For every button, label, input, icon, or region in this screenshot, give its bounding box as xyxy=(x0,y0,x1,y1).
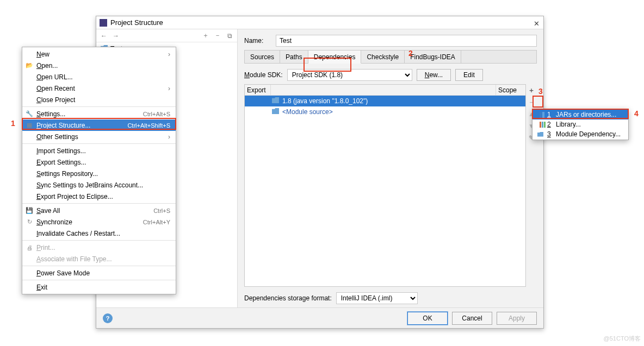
remove-dependency-button[interactable]: － xyxy=(527,97,536,107)
wrench-icon: 🔧 xyxy=(26,110,33,118)
menu-item-label: Other Settings xyxy=(36,133,78,141)
popup-item-label: Module Dependency... xyxy=(556,130,621,138)
menu-item-label: Open URL... xyxy=(36,73,73,81)
menu-item-label: Save All xyxy=(36,207,60,215)
remove-module-button[interactable]: － xyxy=(212,30,223,41)
menu-item-label: Import Settings... xyxy=(36,147,86,155)
apply-button[interactable]: Apply xyxy=(497,312,537,325)
add-dependency-button[interactable]: ＋ xyxy=(527,85,536,95)
menu-item[interactable]: 📂Open... xyxy=(22,60,176,71)
name-label: Name: xyxy=(244,37,271,45)
popup-item-label: JARs or directories... xyxy=(556,111,616,118)
dependencies-header: Export Scope xyxy=(245,85,525,96)
copy-module-button[interactable]: ⧉ xyxy=(224,30,235,41)
annotation-2: 2 xyxy=(408,49,413,58)
col-scope: Scope xyxy=(496,85,525,95)
watermark: @51CTO博客 xyxy=(604,335,641,343)
cancel-button[interactable]: Cancel xyxy=(452,312,492,325)
print-icon: 🖨 xyxy=(26,244,33,251)
module-name-input[interactable] xyxy=(276,35,537,47)
folder-icon xyxy=(272,108,279,116)
menu-item-label: Settings... xyxy=(36,110,65,118)
shortcut: Ctrl+Alt+S xyxy=(143,111,170,117)
dependency-text: 1.8 (java version "1.8.0_102") xyxy=(282,97,368,105)
tab-sources[interactable]: Sources xyxy=(245,51,280,63)
module-details: Name: SourcesPathsDependenciesCheckstyle… xyxy=(238,29,543,307)
menu-item-label: Power Save Mode xyxy=(36,269,90,277)
menu-item[interactable]: Settings Repository... xyxy=(22,168,176,179)
forward-button[interactable]: → xyxy=(110,30,121,41)
app-icon xyxy=(100,19,107,27)
dependency-row[interactable]: 1.8 (java version "1.8.0_102") xyxy=(245,96,525,106)
menu-item-label: Export Project to Eclipse... xyxy=(36,193,113,200)
popup-item[interactable]: 2Library... xyxy=(532,119,628,129)
popup-item[interactable]: 3Module Dependency... xyxy=(532,129,628,139)
menu-item-label: Invalidate Caches / Restart... xyxy=(36,230,120,237)
sdk-label: Module SDK: xyxy=(244,71,283,79)
tab-findbugs-idea[interactable]: FindBugs-IDEA xyxy=(405,51,461,63)
menu-item[interactable]: Close Project xyxy=(22,94,176,105)
sdk-select[interactable]: Project SDK (1.8) xyxy=(287,69,412,81)
annotation-3: 3 xyxy=(538,87,543,96)
struct-icon: ▦ xyxy=(26,122,33,129)
close-icon[interactable] xyxy=(534,20,540,26)
tab-dependencies[interactable]: Dependencies xyxy=(308,51,362,64)
menu-item[interactable]: Exit xyxy=(22,281,176,293)
sync-icon: ↻ xyxy=(26,218,33,226)
menu-item-label: Close Project xyxy=(36,96,75,104)
menu-item[interactable]: ↻SynchronizeCtrl+Alt+Y xyxy=(22,216,176,228)
popup-item-number: 2 xyxy=(547,121,553,128)
storage-label: Dependencies storage format: xyxy=(244,294,332,302)
menu-item-label: Project Structure... xyxy=(36,122,90,129)
ok-button[interactable]: OK xyxy=(407,312,448,325)
shortcut: Ctrl+Alt+Y xyxy=(143,219,170,225)
tab-paths[interactable]: Paths xyxy=(280,51,308,63)
menu-item[interactable]: 💾Save AllCtrl+S xyxy=(22,205,176,216)
add-module-button[interactable]: ＋ xyxy=(200,30,211,41)
dependencies-table[interactable]: Export Scope 1.8 (java version "1.8.0_10… xyxy=(244,84,526,287)
folder-icon xyxy=(272,97,279,105)
menu-item-label: New xyxy=(36,51,49,58)
menu-item[interactable]: ▦Project Structure...Ctrl+Alt+Shift+S xyxy=(22,119,176,131)
menu-item[interactable]: Sync Settings to JetBrains Account... xyxy=(22,179,176,191)
jars-icon xyxy=(537,111,544,118)
menu-item[interactable]: Export Project to Eclipse... xyxy=(22,191,176,202)
help-button[interactable]: ? xyxy=(103,313,113,323)
sdk-new-button[interactable]: New... xyxy=(417,69,451,81)
col-export: Export xyxy=(245,85,271,95)
popup-item[interactable]: 1JARs or directories... xyxy=(532,110,628,119)
popup-item-number: 3 xyxy=(547,130,553,138)
menu-item: Associate with File Type... xyxy=(22,253,176,265)
menu-item-label: Export Settings... xyxy=(36,159,86,166)
menu-item-label: Synchronize xyxy=(36,218,72,226)
menu-item[interactable]: Other Settings› xyxy=(22,131,176,142)
menu-item-label: Associate with File Type... xyxy=(36,255,112,263)
file-menu[interactable]: New›📂Open...Open URL...Open Recent›Close… xyxy=(22,47,176,294)
storage-select[interactable]: IntelliJ IDEA (.iml) xyxy=(336,292,418,304)
sdk-edit-button[interactable]: Edit xyxy=(455,69,483,81)
add-dependency-popup[interactable]: 1JARs or directories...2Library...3Modul… xyxy=(532,109,629,140)
menu-item-label: Print... xyxy=(36,244,55,251)
module-tabs: SourcesPathsDependenciesCheckstyleFindBu… xyxy=(244,50,537,64)
menu-item-label: Sync Settings to JetBrains Account... xyxy=(36,181,143,189)
annotation-1: 1 xyxy=(11,119,15,128)
menu-item[interactable]: Open URL... xyxy=(22,71,176,83)
menu-item[interactable]: Export Settings... xyxy=(22,156,176,168)
menu-item-label: Open... xyxy=(36,62,58,70)
chevron-right-icon: › xyxy=(168,51,170,58)
tab-checkstyle[interactable]: Checkstyle xyxy=(361,51,405,63)
popup-item-label: Library... xyxy=(556,121,581,128)
shortcut: Ctrl+Alt+Shift+S xyxy=(127,122,170,129)
save-icon: 💾 xyxy=(26,207,33,215)
menu-item[interactable]: New› xyxy=(22,48,176,60)
menu-item[interactable]: 🔧Settings...Ctrl+Alt+S xyxy=(22,108,176,119)
menu-item[interactable]: Open Recent› xyxy=(22,83,176,94)
menu-item[interactable]: Import Settings... xyxy=(22,145,176,156)
dialog-title: Project Structure xyxy=(110,18,530,27)
menu-item: 🖨Print... xyxy=(22,242,176,253)
back-button[interactable]: ← xyxy=(98,30,109,41)
menu-item[interactable]: Power Save Mode xyxy=(22,267,176,279)
modules-toolbar: ← → ＋ － ⧉ xyxy=(96,29,237,42)
dependency-row[interactable]: <Module source> xyxy=(245,106,525,117)
menu-item[interactable]: Invalidate Caches / Restart... xyxy=(22,228,176,239)
